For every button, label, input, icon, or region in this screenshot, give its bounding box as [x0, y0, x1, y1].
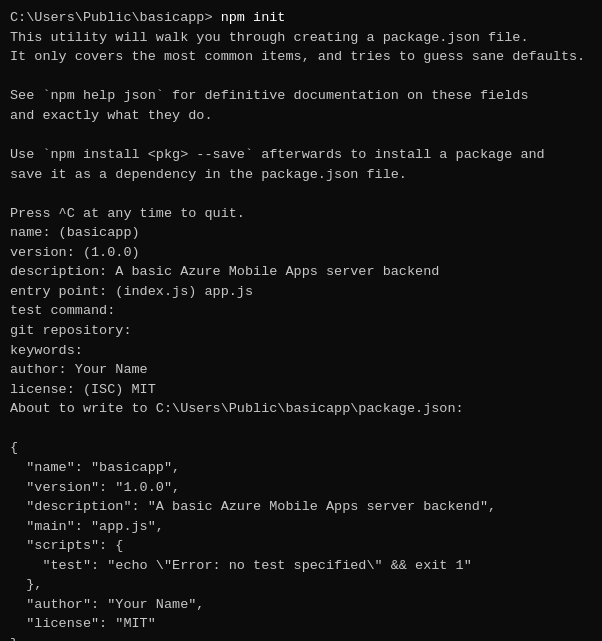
terminal-line: "author": "Your Name",: [10, 595, 592, 615]
terminal-line: {: [10, 438, 592, 458]
terminal-line: author: Your Name: [10, 360, 592, 380]
terminal-line: Press ^C at any time to quit.: [10, 204, 592, 224]
terminal-line: save it as a dependency in the package.j…: [10, 165, 592, 185]
terminal-window: C:\Users\Public\basicapp> npm initThis u…: [0, 0, 602, 641]
terminal-line: "test": "echo \"Error: no test specified…: [10, 556, 592, 576]
terminal-blank-line: [10, 125, 592, 145]
terminal-line: },: [10, 575, 592, 595]
terminal-line: test command:: [10, 301, 592, 321]
terminal-line: Use `npm install <pkg> --save` afterward…: [10, 145, 592, 165]
terminal-line: name: (basicapp): [10, 223, 592, 243]
terminal-line: It only covers the most common items, an…: [10, 47, 592, 67]
terminal-line: "scripts": {: [10, 536, 592, 556]
terminal-output: C:\Users\Public\basicapp> npm initThis u…: [10, 8, 592, 641]
terminal-line: version: (1.0.0): [10, 243, 592, 263]
terminal-line: "main": "app.js",: [10, 517, 592, 537]
terminal-blank-line: [10, 184, 592, 204]
terminal-line: entry point: (index.js) app.js: [10, 282, 592, 302]
terminal-line: "version": "1.0.0",: [10, 478, 592, 498]
terminal-line: license: (ISC) MIT: [10, 380, 592, 400]
terminal-line: keywords:: [10, 341, 592, 361]
terminal-line: }: [10, 634, 592, 641]
terminal-line: git repository:: [10, 321, 592, 341]
terminal-line: description: A basic Azure Mobile Apps s…: [10, 262, 592, 282]
terminal-blank-line: [10, 67, 592, 87]
terminal-line: "license": "MIT": [10, 614, 592, 634]
terminal-line: C:\Users\Public\basicapp> npm init: [10, 8, 592, 28]
terminal-blank-line: [10, 419, 592, 439]
terminal-line: See `npm help json` for definitive docum…: [10, 86, 592, 106]
terminal-line: About to write to C:\Users\Public\basica…: [10, 399, 592, 419]
terminal-line: and exactly what they do.: [10, 106, 592, 126]
terminal-line: "description": "A basic Azure Mobile App…: [10, 497, 592, 517]
terminal-line: This utility will walk you through creat…: [10, 28, 592, 48]
terminal-line: "name": "basicapp",: [10, 458, 592, 478]
